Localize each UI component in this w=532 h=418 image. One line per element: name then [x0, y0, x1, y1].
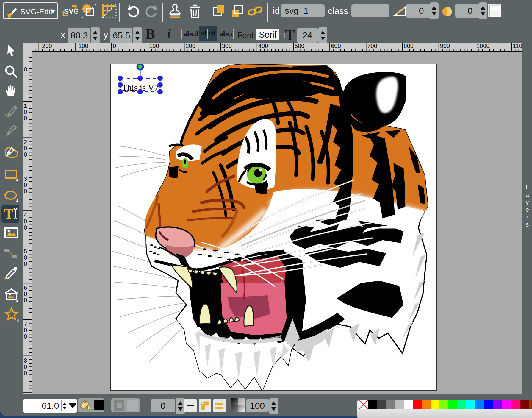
svg-text:0: 0: [24, 182, 27, 188]
svg-text:0: 0: [24, 327, 27, 333]
svg-text:600: 600: [331, 43, 341, 49]
svg-text:0: 0: [24, 370, 27, 376]
svg-text:0: 0: [24, 66, 27, 73]
svg-text:1: 1: [24, 102, 27, 109]
svg-text:500: 500: [295, 43, 304, 49]
svg-text:400: 400: [258, 43, 268, 49]
svg-text:0: 0: [24, 333, 27, 340]
svg-text:300: 300: [222, 43, 232, 49]
svg-text:-200: -200: [40, 43, 52, 49]
svg-text:0: 0: [24, 109, 27, 115]
svg-text:6: 6: [24, 284, 27, 291]
svg-text:2: 2: [24, 139, 27, 145]
svg-text:4: 4: [24, 212, 27, 218]
svg-text:0: 0: [24, 261, 27, 267]
svg-text:0: 0: [24, 218, 27, 224]
svg-text:1100: 1100: [513, 43, 523, 49]
svg-text:0: 0: [24, 115, 27, 121]
svg-text:900: 900: [440, 43, 450, 49]
svg-text:0: 0: [24, 254, 27, 261]
svg-text:7: 7: [24, 321, 27, 327]
svg-text:200: 200: [185, 43, 195, 49]
svg-text:100: 100: [149, 43, 159, 49]
svg-text:0: 0: [24, 145, 27, 152]
svg-text:0: 0: [24, 364, 27, 370]
svg-text:-100: -100: [76, 43, 88, 49]
svg-text:0: 0: [24, 224, 27, 231]
svg-text:0: 0: [24, 151, 27, 158]
svg-text:8: 8: [24, 357, 27, 364]
svg-text:5: 5: [24, 248, 27, 255]
svg-text:1000: 1000: [476, 43, 490, 49]
svg-text:0: 0: [24, 297, 27, 303]
svg-text:0: 0: [24, 291, 27, 297]
svg-text:3: 3: [24, 175, 27, 182]
svg-text:0: 0: [24, 188, 27, 194]
svg-text:800: 800: [404, 43, 414, 49]
svg-text:0: 0: [113, 43, 116, 49]
svg-text:700: 700: [367, 43, 377, 49]
